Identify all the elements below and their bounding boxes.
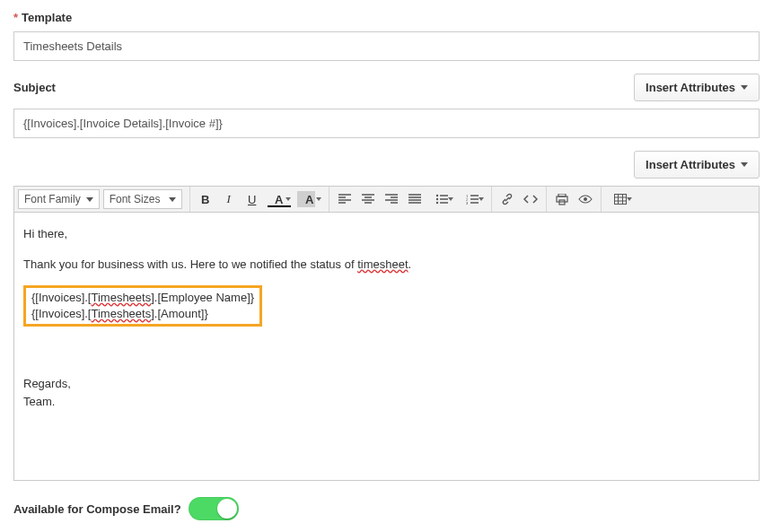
bullet-list-button[interactable]	[427, 189, 456, 209]
link-button[interactable]	[496, 189, 518, 209]
svg-rect-7	[557, 196, 567, 202]
svg-point-0	[435, 195, 437, 196]
align-left-button[interactable]	[334, 189, 356, 209]
text-color-button[interactable]: A	[265, 189, 294, 209]
svg-point-1	[435, 198, 437, 200]
insert-attributes-button-subject[interactable]: Insert Attributes	[634, 74, 760, 101]
svg-point-2	[435, 202, 437, 204]
number-list-button[interactable]: 123	[458, 189, 487, 209]
print-button[interactable]	[551, 189, 573, 209]
svg-text:3: 3	[466, 201, 469, 205]
underline-button[interactable]: U	[242, 189, 263, 209]
insert-attributes-button-body[interactable]: Insert Attributes	[634, 151, 760, 179]
editor-toolbar: Font Family Font Sizes B I U A A 123	[13, 186, 760, 212]
bold-button[interactable]: B	[195, 189, 216, 209]
editor-paragraph: Thank you for business with us. Here to …	[23, 256, 750, 274]
compose-email-toggle[interactable]	[189, 497, 239, 520]
code-button[interactable]	[520, 189, 541, 209]
template-input[interactable]	[13, 31, 760, 61]
align-right-button[interactable]	[381, 189, 402, 209]
compose-email-label: Available for Compose Email?	[13, 502, 181, 516]
svg-point-9	[584, 197, 587, 201]
italic-button[interactable]: I	[218, 189, 240, 209]
subject-input[interactable]	[13, 109, 760, 138]
preview-button[interactable]	[575, 189, 596, 209]
editor-signoff: Regards, Team.	[23, 375, 750, 410]
editor-greeting: Hi there,	[23, 225, 750, 243]
caret-down-icon	[741, 85, 748, 90]
subject-label: Subject	[13, 81, 56, 94]
caret-down-icon	[741, 162, 748, 167]
table-button[interactable]	[606, 189, 635, 209]
font-family-select[interactable]: Font Family	[18, 189, 100, 209]
template-label: *Template	[13, 11, 760, 24]
font-sizes-select[interactable]: Font Sizes	[103, 189, 182, 209]
highlight-color-button[interactable]: A	[295, 189, 324, 209]
align-justify-button[interactable]	[404, 189, 426, 209]
align-center-button[interactable]	[357, 189, 379, 209]
editor-body[interactable]: Hi there, Thank you for business with us…	[13, 212, 760, 481]
highlighted-merge-fields: {[Invoices].[Timesheets].[Employee Name]…	[23, 285, 262, 327]
svg-rect-10	[614, 195, 626, 205]
